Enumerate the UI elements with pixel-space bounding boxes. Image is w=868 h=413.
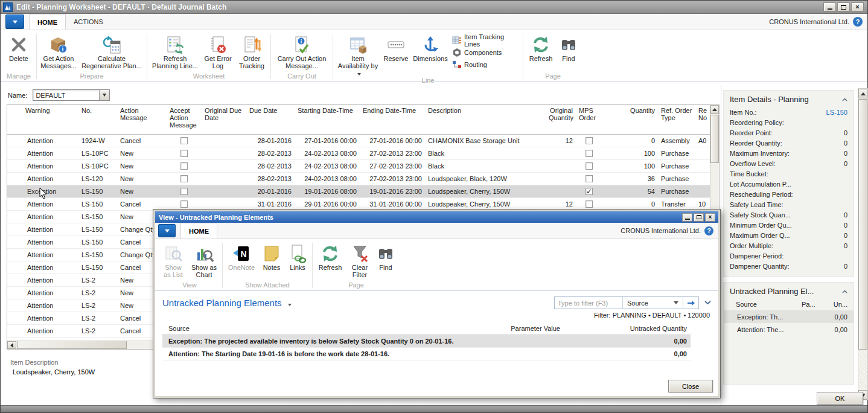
- notes-button[interactable]: Notes: [258, 242, 285, 271]
- mps-order-checkbox[interactable]: [586, 188, 593, 195]
- dialog-application-menu-button[interactable]: [158, 224, 176, 237]
- expand-filter-chevron-icon[interactable]: [704, 301, 711, 305]
- close-button[interactable]: ×: [851, 2, 864, 11]
- scrollbar-thumb[interactable]: [710, 115, 719, 163]
- calculate-regenerative-plan-button[interactable]: Calculate Regenerative Plan...: [78, 33, 145, 69]
- worksheet-row[interactable]: Attention 1924-W Cancel 28-01-2016 27-01…: [7, 134, 711, 147]
- col-header-source[interactable]: Source: [162, 322, 473, 335]
- application-menu-button[interactable]: [5, 14, 24, 29]
- col-header-untracked-quantity[interactable]: Untracked Quantity: [564, 322, 691, 335]
- col-header-accept-action[interactable]: Accept Action Message: [167, 105, 202, 134]
- chevron-down-icon[interactable]: [288, 304, 292, 306]
- col-header-ref-order-type[interactable]: Ref. Order Type: [658, 105, 695, 134]
- factbox-scrollbar[interactable]: [858, 88, 868, 400]
- mps-order-checkbox[interactable]: [586, 162, 593, 170]
- col-header-original-quantity[interactable]: Original Quantity: [546, 105, 576, 134]
- links-button[interactable]: Links: [285, 242, 310, 271]
- accept-action-checkbox[interactable]: [180, 188, 188, 195]
- filter-go-button[interactable]: [683, 297, 698, 309]
- delete-icon: [9, 34, 28, 55]
- refresh-planning-line-button[interactable]: Refresh Planning Line...: [149, 33, 201, 69]
- item-availability-by-button[interactable]: Item Availability by: [335, 33, 381, 77]
- dialog-minimize-button[interactable]: [682, 213, 692, 222]
- col-header-due-date[interactable]: Due Date: [246, 105, 295, 134]
- carry-out-action-message-button[interactable]: i Carry Out Action Message...: [273, 33, 331, 69]
- scroll-up-button[interactable]: [710, 105, 719, 114]
- accept-action-checkbox[interactable]: [180, 162, 188, 170]
- accept-action-checkbox[interactable]: [180, 175, 188, 182]
- col-header-ending-date-time[interactable]: Ending Date-Time: [360, 105, 425, 134]
- col-header-mps-order[interactable]: MPS Order: [576, 105, 602, 134]
- factbox-field: Rescheduling Period:: [724, 189, 854, 199]
- refresh-button[interactable]: Refresh: [525, 33, 557, 62]
- dialog-find-button[interactable]: Find: [374, 242, 398, 271]
- routing-button[interactable]: Routing: [450, 59, 521, 71]
- factbox-field-value[interactable]: LS-150: [826, 109, 847, 116]
- untracked-element-row[interactable]: Exception: The projected available inven…: [162, 335, 691, 347]
- maximize-button[interactable]: [837, 2, 850, 11]
- get-error-log-button[interactable]: Get Error Log: [201, 33, 235, 69]
- delete-button[interactable]: Delete: [3, 33, 34, 62]
- dialog-tab-home[interactable]: HOME: [180, 223, 217, 239]
- scrollbar-thumb[interactable]: [858, 99, 867, 350]
- accept-action-checkbox[interactable]: [180, 137, 188, 144]
- factbox-untracked-row[interactable]: Attention: The... 0,00: [724, 323, 854, 336]
- worksheet-row[interactable]: Attention LS-150 Cancel 31-01-2016 29-01…: [7, 197, 711, 210]
- collapse-chevron-icon[interactable]: [842, 290, 847, 293]
- help-icon[interactable]: ?: [704, 226, 713, 235]
- components-button[interactable]: Components: [450, 46, 521, 59]
- dimensions-button[interactable]: Dimensions: [411, 33, 450, 62]
- reserve-button[interactable]: Reserve: [381, 33, 411, 62]
- worksheet-row[interactable]: Attention LS-120 New 28-02-2013 24-02-20…: [7, 172, 711, 185]
- main-tab-row: HOME ACTIONS CRONUS International Ltd. ?: [1, 14, 867, 30]
- accept-action-checkbox[interactable]: [180, 150, 188, 157]
- scrollbar-thumb[interactable]: [17, 341, 127, 349]
- mps-order-checkbox[interactable]: [586, 175, 593, 182]
- find-button[interactable]: Find: [557, 33, 581, 62]
- minimize-button[interactable]: [823, 2, 836, 11]
- worksheet-row[interactable]: Attention LS-10PC New 28-02-2013 24-02-2…: [7, 159, 711, 172]
- clear-filter-button[interactable]: Clear Filter: [346, 242, 374, 278]
- item-tracking-lines-button[interactable]: Item Tracking Lines: [450, 34, 521, 46]
- col-header-description[interactable]: Description: [425, 105, 546, 134]
- batch-name-combobox[interactable]: DEFAULT: [33, 89, 110, 101]
- cell-warning: Attention: [7, 324, 78, 337]
- dialog-refresh-button[interactable]: Refresh: [314, 242, 346, 271]
- col-header-no[interactable]: No.: [78, 105, 117, 134]
- scroll-up-button[interactable]: [858, 89, 867, 98]
- help-icon[interactable]: ?: [853, 17, 863, 27]
- worksheet-row[interactable]: Attention LS-10PC New 28-02-2013 24-02-2…: [7, 147, 711, 159]
- combo-dropdown-button[interactable]: [99, 90, 109, 100]
- col-header-quantity[interactable]: Quantity: [602, 105, 658, 134]
- scroll-left-button[interactable]: [7, 341, 16, 349]
- untracked-element-row[interactable]: Attention: The Starting Date 19-01-16 is…: [162, 347, 691, 360]
- show-as-chart-button[interactable]: Show as Chart: [188, 242, 220, 278]
- dialog-close-action-button[interactable]: Close: [668, 380, 713, 392]
- dialog-close-button[interactable]: ×: [705, 213, 715, 222]
- col-header-ref-order-no[interactable]: Re No: [695, 105, 711, 134]
- show-as-chart-icon: [194, 243, 214, 264]
- cell-ref-order-no: [695, 159, 711, 172]
- mps-order-checkbox[interactable]: [586, 137, 593, 144]
- factbox-untracked-row[interactable]: Exception: Th... 0,00: [724, 310, 854, 323]
- collapse-chevron-icon[interactable]: [842, 98, 847, 101]
- scrollbar-track[interactable]: [859, 350, 867, 389]
- order-tracking-button[interactable]: Order Tracking: [235, 33, 269, 69]
- accept-action-checkbox[interactable]: [180, 200, 188, 208]
- mps-order-checkbox[interactable]: [586, 200, 593, 208]
- tab-actions[interactable]: ACTIONS: [66, 14, 111, 30]
- ok-button[interactable]: OK: [817, 392, 863, 405]
- col-header-warning[interactable]: Warning: [7, 105, 78, 134]
- col-header-action-message[interactable]: Action Message: [117, 105, 167, 134]
- col-header-parameter-value[interactable]: Parameter Value: [473, 322, 564, 335]
- mps-order-checkbox[interactable]: [586, 150, 593, 157]
- get-action-messages-button[interactable]: i Get Action Messages...: [39, 33, 78, 69]
- ribbon-group-carry-out: i Carry Out Action Message... Carry Out: [273, 31, 331, 82]
- col-header-starting-date-time[interactable]: Starting Date-Time: [295, 105, 360, 134]
- worksheet-row[interactable]: Exception LS-150 New 20-01-2016 19-01-20…: [7, 185, 711, 197]
- tab-home[interactable]: HOME: [29, 14, 66, 30]
- filter-input[interactable]: [555, 299, 622, 307]
- dialog-maximize-button[interactable]: [694, 213, 704, 222]
- col-header-original-due-date[interactable]: Original Due Date: [202, 105, 246, 134]
- filter-field-select[interactable]: Source: [622, 297, 683, 309]
